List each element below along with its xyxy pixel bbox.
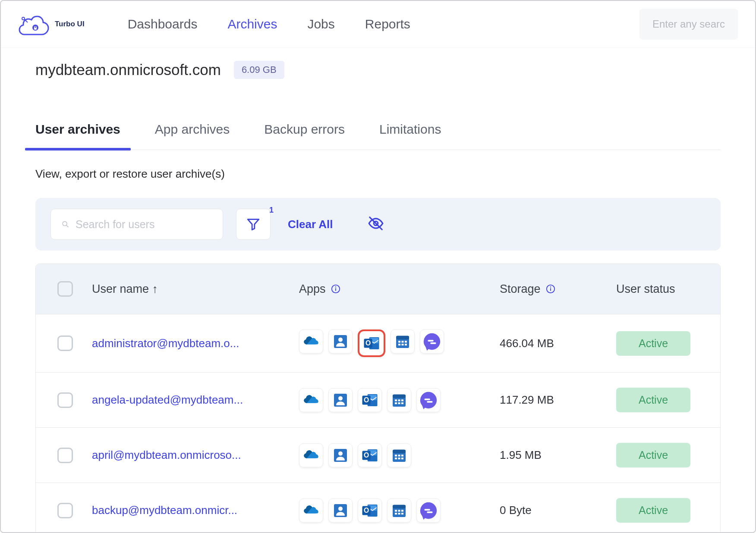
svg-text:O: O bbox=[364, 451, 369, 459]
svg-rect-44 bbox=[398, 402, 400, 404]
onedrive-app-icon[interactable] bbox=[299, 443, 323, 467]
onedrive-app-icon[interactable] bbox=[299, 388, 323, 412]
nav-dashboards[interactable]: Dashboards bbox=[128, 17, 198, 31]
global-search[interactable]: Enter any searc bbox=[639, 9, 738, 40]
table-row: backup@mydbteam.onmicr...O0 ByteActive bbox=[36, 483, 720, 533]
contacts-app-icon[interactable] bbox=[328, 388, 353, 412]
svg-rect-42 bbox=[401, 399, 403, 401]
col-header-username-label: User name bbox=[92, 282, 149, 295]
svg-text:O: O bbox=[364, 396, 369, 404]
calendar-app-icon[interactable] bbox=[387, 499, 411, 523]
user-link[interactable]: backup@mydbteam.onmicr... bbox=[92, 504, 237, 517]
page-subtitle: View, export or restore user archive(s) bbox=[35, 167, 721, 181]
svg-rect-62 bbox=[401, 458, 403, 459]
outlook-app-icon[interactable]: O bbox=[358, 388, 382, 412]
outlook-app-icon[interactable]: O bbox=[358, 499, 382, 523]
filter-button[interactable]: 1 bbox=[236, 209, 271, 240]
col-header-apps: Apps bbox=[299, 282, 495, 296]
contacts-app-icon[interactable] bbox=[328, 329, 353, 354]
svg-rect-58 bbox=[398, 455, 400, 456]
svg-rect-79 bbox=[427, 511, 432, 513]
col-header-storage-label: Storage bbox=[500, 282, 541, 296]
row-checkbox[interactable] bbox=[57, 503, 73, 518]
status-badge: Active bbox=[616, 498, 690, 523]
table-header: User name ↑ Apps Storage User status bbox=[36, 264, 720, 314]
select-all-checkbox[interactable] bbox=[57, 281, 73, 297]
storage-value: 117.29 MB bbox=[500, 393, 612, 407]
row-checkbox[interactable] bbox=[57, 392, 73, 408]
tab-user-archives[interactable]: User archives bbox=[35, 122, 120, 150]
calendar-app-icon[interactable] bbox=[387, 443, 411, 467]
visibility-toggle[interactable] bbox=[368, 215, 384, 233]
table-row: april@mydbteam.onmicroso...O1.95 MBActiv… bbox=[36, 427, 720, 483]
apps-cell: O bbox=[299, 499, 495, 523]
svg-text:O: O bbox=[365, 339, 371, 347]
nav-archives[interactable]: Archives bbox=[227, 17, 277, 31]
svg-rect-73 bbox=[401, 510, 403, 511]
user-search-input[interactable] bbox=[76, 218, 212, 231]
svg-rect-22 bbox=[396, 336, 409, 339]
filter-bar: 1 Clear All bbox=[35, 198, 721, 251]
svg-rect-31 bbox=[430, 342, 436, 344]
calendar-app-icon[interactable] bbox=[391, 329, 415, 354]
status-badge: Active bbox=[616, 443, 690, 467]
col-header-status: User status bbox=[616, 282, 675, 296]
tab-limitations[interactable]: Limitations bbox=[379, 122, 441, 150]
svg-rect-47 bbox=[424, 398, 430, 400]
svg-rect-78 bbox=[424, 509, 430, 511]
svg-rect-40 bbox=[395, 399, 397, 401]
sort-asc-icon: ↑ bbox=[152, 282, 158, 295]
eye-off-icon bbox=[368, 215, 384, 232]
status-badge: Active bbox=[616, 388, 690, 412]
tab-backup-errors[interactable]: Backup errors bbox=[264, 122, 345, 150]
user-link[interactable]: administrator@mydbteam.o... bbox=[92, 337, 239, 350]
svg-point-64 bbox=[338, 506, 343, 511]
storage-value: 0 Byte bbox=[500, 504, 612, 517]
contacts-app-icon[interactable] bbox=[328, 499, 353, 523]
svg-point-33 bbox=[338, 396, 343, 400]
search-icon bbox=[62, 218, 69, 231]
svg-rect-71 bbox=[395, 510, 397, 511]
user-link[interactable]: angela-updated@mydbteam... bbox=[92, 393, 243, 406]
svg-rect-56 bbox=[393, 449, 406, 453]
svg-rect-75 bbox=[398, 513, 400, 514]
brand-logo[interactable]: Turbo UI bbox=[18, 13, 85, 35]
svg-line-6 bbox=[66, 225, 68, 227]
onedrive-app-icon[interactable] bbox=[299, 329, 323, 354]
cloud-lock-icon bbox=[18, 13, 50, 35]
user-search-field[interactable] bbox=[50, 209, 223, 240]
outlook-app-icon[interactable]: O bbox=[358, 443, 382, 467]
row-checkbox[interactable] bbox=[57, 335, 73, 351]
onedrive-app-icon[interactable] bbox=[299, 499, 323, 523]
col-header-apps-label: Apps bbox=[299, 282, 326, 296]
contacts-app-icon[interactable] bbox=[328, 443, 353, 467]
outlook-app-icon[interactable]: O bbox=[358, 329, 385, 357]
row-checkbox[interactable] bbox=[57, 448, 73, 463]
info-icon[interactable] bbox=[331, 284, 340, 294]
col-header-username[interactable]: User name ↑ bbox=[92, 282, 295, 296]
nav-reports[interactable]: Reports bbox=[365, 17, 410, 31]
svg-rect-60 bbox=[395, 458, 397, 459]
tab-app-archives[interactable]: App archives bbox=[155, 122, 230, 150]
svg-rect-26 bbox=[398, 344, 400, 345]
svg-rect-28 bbox=[405, 344, 407, 345]
svg-point-16 bbox=[338, 338, 343, 342]
svg-rect-48 bbox=[427, 401, 432, 402]
teams-app-icon[interactable] bbox=[416, 499, 441, 523]
apps-cell: O bbox=[299, 388, 495, 412]
funnel-icon bbox=[246, 217, 261, 232]
nav-jobs[interactable]: Jobs bbox=[307, 17, 334, 31]
calendar-app-icon[interactable] bbox=[387, 388, 411, 412]
teams-app-icon[interactable] bbox=[420, 329, 444, 354]
size-badge: 6.09 GB bbox=[234, 61, 284, 79]
user-link[interactable]: april@mydbteam.onmicroso... bbox=[92, 448, 241, 461]
svg-rect-76 bbox=[401, 513, 403, 514]
svg-rect-45 bbox=[401, 402, 403, 404]
svg-rect-72 bbox=[398, 510, 400, 511]
clear-all-button[interactable]: Clear All bbox=[288, 218, 333, 231]
svg-rect-57 bbox=[395, 455, 397, 456]
svg-rect-61 bbox=[398, 458, 400, 459]
teams-app-icon[interactable] bbox=[416, 388, 441, 412]
apps-cell: O bbox=[299, 443, 495, 467]
info-icon[interactable] bbox=[546, 284, 555, 294]
